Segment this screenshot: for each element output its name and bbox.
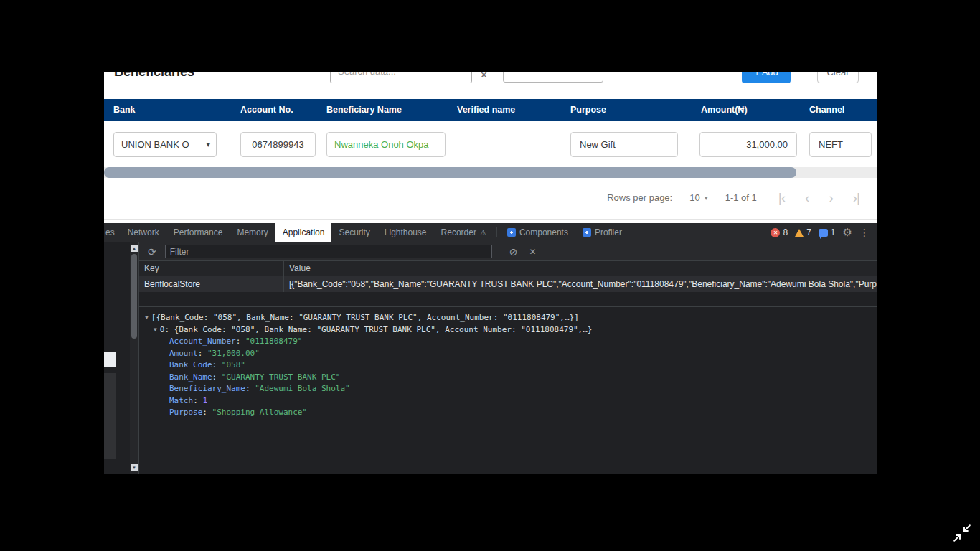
tab-application[interactable]: Application [275, 223, 332, 242]
page-title: Beneficiaries [114, 72, 194, 80]
preview-property: Amount: "31,000.00" [145, 348, 877, 360]
application-sidebar-clipped [104, 242, 130, 474]
clear-all-icon[interactable]: ⊘ [509, 246, 518, 258]
next-page-icon[interactable]: › [829, 191, 832, 204]
first-page-icon[interactable]: |‹ [778, 191, 785, 204]
column-amount: Amount(₦) [701, 105, 748, 115]
storage-row-value: [{"Bank_Code":"058","Bank_Name":"GUARANT… [284, 279, 877, 289]
overflow-menu-icon[interactable]: ⋮ [859, 227, 870, 238]
colon: : [236, 336, 245, 346]
scroll-up-arrow[interactable]: ▲ [131, 245, 138, 252]
react-devtools-icon [507, 228, 516, 237]
tab-memory[interactable]: Memory [230, 223, 275, 242]
amount-input[interactable]: 31,000.00 [699, 132, 797, 157]
storage-panel: ⟳ ⊘ ✕ Key Value BenflocalStore [{"Bank_C… [139, 242, 877, 474]
filter-dropdown[interactable] [503, 72, 603, 83]
pagination: Rows per page: 10 ▾ 1-1 of 1 |‹ ‹ › ›| [607, 188, 859, 207]
preview-item-index: 0: [160, 325, 174, 334]
warning-count: 7 [806, 227, 811, 237]
key-column-header: Key [139, 261, 284, 276]
storage-table-empty-space [139, 292, 877, 306]
issues-badge[interactable]: 1 [819, 227, 836, 237]
sidebar-selected-item-clipped[interactable] [104, 352, 116, 367]
last-page-icon[interactable]: ›| [853, 191, 859, 204]
column-verified-name: Verified name [457, 105, 515, 115]
vertical-scrollbar[interactable]: ▲ ▼ [130, 242, 138, 474]
preview-property: Account_Number: "0111808479" [145, 336, 877, 348]
column-account-no: Account No. [240, 105, 293, 115]
delete-selected-icon[interactable]: ✕ [529, 247, 536, 257]
chevron-down-icon: ▾ [705, 194, 708, 202]
storage-filter-input[interactable] [165, 245, 492, 258]
clear-button[interactable]: Clear [817, 72, 859, 83]
property-value: "Shopping Allowance" [212, 408, 307, 417]
previous-page-icon[interactable]: ‹ [805, 191, 809, 204]
tab-profiler[interactable]: Profiler [575, 223, 629, 242]
rows-per-page-select[interactable]: 10 ▾ [689, 192, 708, 203]
devtools-panel: es Network Performance Memory Applicatio… [104, 223, 877, 474]
issues-count: 1 [831, 227, 836, 237]
property-key: Account_Number [169, 336, 236, 346]
settings-gear-icon[interactable]: ⚙ [843, 226, 852, 239]
add-button[interactable]: + Add [742, 72, 791, 83]
warning-badge[interactable]: 7 [795, 227, 811, 237]
tab-security[interactable]: Security [331, 223, 377, 242]
colon: : [245, 384, 255, 393]
beneficiaries-page: Beneficiaries ✕ + Add Clear Bank Account… [104, 72, 877, 223]
colon: : [202, 408, 212, 417]
sidebar-item-clipped [104, 373, 116, 459]
preview-item-text: {Bank_Code: "058", Bank_Name: "GUARANTY … [174, 325, 593, 334]
disclosure-triangle-icon[interactable]: ▼ [145, 314, 149, 321]
disclosure-triangle-icon[interactable]: ▼ [154, 326, 157, 333]
property-key: Amount [169, 349, 198, 358]
property-key: Beneficiary_Name [169, 384, 245, 393]
browser-window: Beneficiaries ✕ + Add Clear Bank Account… [104, 72, 877, 474]
storage-row[interactable]: BenflocalStore [{"Bank_Code":"058","Bank… [139, 276, 877, 292]
horizontal-scrollbar-thumb[interactable] [104, 167, 796, 178]
property-key: Match [169, 396, 193, 405]
tab-components-label: Components [519, 227, 568, 237]
devtools-body: ▲ ▼ ⟳ ⊘ ✕ Key Value BenflocalStore [104, 242, 877, 474]
column-channel: Channel [809, 105, 844, 115]
value-column-header: Value [284, 263, 311, 273]
channel-input[interactable]: NEFT [809, 132, 872, 157]
bank-select[interactable]: UNION BANK O ▾ [113, 132, 217, 157]
chevron-down-icon: ▾ [206, 140, 210, 149]
beneficiary-name-input[interactable]: Nwanneka Onoh Okpa [326, 132, 446, 157]
warning-triangle-icon [795, 229, 804, 237]
property-key: Bank_Code [169, 360, 212, 369]
error-badge[interactable]: ✕ 8 [771, 227, 788, 237]
tab-recorder[interactable]: Recorder ⚠ [434, 223, 494, 242]
tab-performance[interactable]: Performance [166, 223, 230, 242]
property-value: "058" [222, 360, 245, 369]
collapse-window-icon[interactable] [953, 524, 971, 542]
property-value: "GUARANTY TRUST BANK PLC" [222, 372, 341, 382]
pagination-range: 1-1 of 1 [725, 192, 757, 203]
search-clear-icon[interactable]: ✕ [480, 72, 488, 80]
preview-property: Purpose: "Shopping Allowance" [145, 407, 877, 419]
storage-value-preview: ▼[{Bank_Code: "058", Bank_Name: "GUARANT… [139, 306, 877, 419]
tab-lighthouse[interactable]: Lighthouse [377, 223, 434, 242]
column-bank: Bank [113, 105, 136, 115]
column-beneficiary-name: Beneficiary Name [326, 105, 402, 115]
vertical-scrollbar-thumb[interactable] [131, 254, 137, 339]
devtools-tabbar: es Network Performance Memory Applicatio… [104, 223, 877, 242]
colon: : [212, 372, 222, 382]
purpose-input[interactable]: New Gift [570, 132, 678, 157]
search-input[interactable] [330, 72, 472, 83]
error-count: 8 [783, 227, 788, 237]
storage-table-header: Key Value [139, 261, 877, 276]
error-icon: ✕ [771, 228, 780, 237]
account-number-input[interactable]: 0674899943 [240, 132, 316, 157]
scroll-down-arrow[interactable]: ▼ [131, 464, 138, 471]
preview-property: Bank_Code: "058" [145, 359, 877, 372]
tab-sources-clipped[interactable]: es [104, 223, 121, 242]
property-key: Bank_Name [169, 372, 212, 382]
horizontal-scrollbar[interactable] [104, 167, 877, 178]
property-value: 1 [202, 396, 207, 405]
tab-network[interactable]: Network [121, 223, 166, 242]
refresh-icon[interactable]: ⟳ [148, 246, 156, 258]
warning-icon: ⚠ [480, 229, 486, 237]
tab-components[interactable]: Components [500, 223, 575, 242]
devtools-status-cluster: ✕ 8 7 1 ⚙ ⋮ [771, 223, 877, 242]
